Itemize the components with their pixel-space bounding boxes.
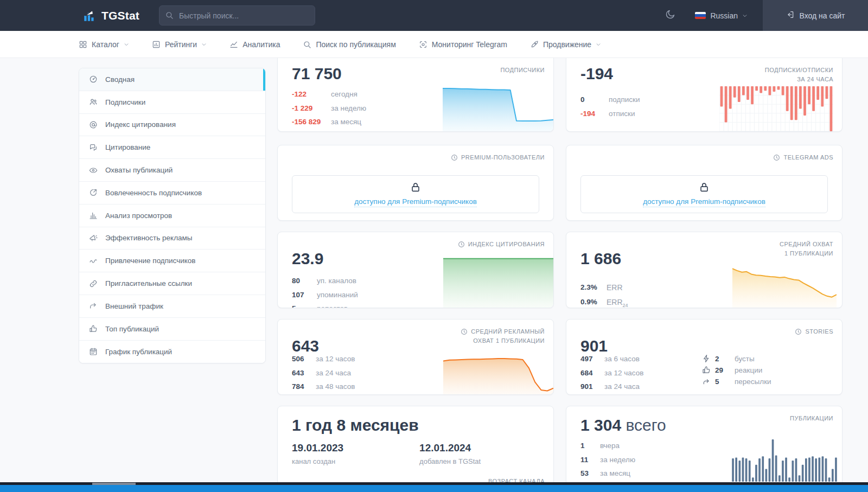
stat-row: 497 за 6 часов bbox=[580, 355, 643, 366]
citation-index-card: 23.9 ИНДЕКС ЦИТИРОВАНИЯ 80 уп. каналов 1… bbox=[277, 232, 554, 308]
sidebar-item[interactable]: Индекс цитирования bbox=[79, 114, 265, 137]
russian-flag-icon bbox=[695, 12, 706, 19]
chevron-down-icon bbox=[201, 42, 207, 47]
nav-item[interactable]: Мониторинг Telegram bbox=[419, 40, 507, 49]
chevron-down-icon bbox=[742, 13, 748, 18]
login-label: Вход на сайт bbox=[800, 11, 845, 20]
publications-chart bbox=[731, 439, 838, 482]
clock-icon bbox=[451, 154, 458, 161]
brand-name: TGStat bbox=[101, 9, 139, 22]
stat-row: -194 отписки bbox=[580, 110, 640, 120]
adv-reach-label-line2: ОХВАТ 1 ПУБЛИКАЦИИ bbox=[473, 337, 545, 344]
link-icon bbox=[89, 279, 98, 288]
publications-suffix: всего bbox=[626, 416, 666, 434]
nav-item[interactable]: Продвижение bbox=[530, 40, 601, 49]
chevron-down-icon bbox=[596, 42, 601, 47]
nav-item[interactable]: Каталог bbox=[79, 40, 129, 49]
created-date: 19.01.2023 bbox=[292, 442, 343, 454]
stat-row: 506 за 12 часов bbox=[292, 355, 355, 366]
top-bar: TGStat Russian Вход на сайт bbox=[0, 0, 868, 31]
premium-link[interactable]: доступно для Premium-подписчиков bbox=[643, 197, 765, 207]
subs-unsubs-card: -194 ПОДПИСКИ/ОТПИСКИЗА 24 ЧАСА 0 подпис… bbox=[566, 58, 843, 132]
analytics-icon bbox=[229, 40, 238, 49]
added-date: 12.01.2024 bbox=[419, 442, 481, 454]
analytics-sidebar: Сводная Подписчики Индекс цитирования Ци… bbox=[79, 68, 266, 363]
stories-card-label: STORIES bbox=[805, 327, 833, 336]
stat-row: 11 за неделю bbox=[580, 456, 635, 467]
external-icon bbox=[89, 302, 98, 310]
calendar-icon bbox=[89, 347, 98, 356]
sidebar-item[interactable]: Сводная bbox=[79, 68, 265, 91]
lock-icon bbox=[698, 181, 710, 193]
sidebar-item[interactable]: Эффективность рекламы bbox=[79, 227, 265, 250]
sidebar-item[interactable]: Подписчики bbox=[79, 91, 265, 114]
avg-reach-chart bbox=[732, 258, 837, 308]
stat-row: 2 бусты bbox=[702, 355, 771, 363]
sidebar-item[interactable]: График публикаций bbox=[79, 341, 265, 363]
avg-reach-value: 1 686 bbox=[580, 250, 621, 268]
gauge-icon bbox=[89, 75, 98, 84]
premium-locked-box: доступно для Premium-подписчиков bbox=[292, 175, 539, 213]
search-input[interactable] bbox=[159, 5, 315, 25]
quick-search bbox=[159, 5, 315, 25]
engagement-icon bbox=[89, 188, 98, 197]
stat-row: 2.3% ERR bbox=[580, 284, 628, 295]
cookie-banner-blue-border bbox=[0, 485, 868, 492]
sidebar-item[interactable]: Топ публикаций bbox=[79, 318, 265, 341]
premium-link[interactable]: доступно для Premium-подписчиков bbox=[354, 197, 477, 207]
channel-age-card: 1 год 8 месяцев 19.01.2023 канал создан … bbox=[277, 406, 554, 492]
thumbs-icon bbox=[702, 366, 715, 374]
sidebar-item[interactable]: Охваты публикаций bbox=[79, 159, 265, 182]
publications-card-label: ПУБЛИКАЦИИ bbox=[790, 414, 833, 423]
grid-icon bbox=[79, 40, 87, 49]
language-selector[interactable]: Russian bbox=[695, 11, 748, 20]
stat-row: 5 репостов bbox=[292, 305, 358, 308]
bolt-icon bbox=[702, 354, 715, 363]
stat-row: 107 упоминаний bbox=[292, 291, 358, 302]
sidebar-item[interactable]: Вовлеченность подписчиков bbox=[79, 182, 265, 205]
subscribers-card-label: ПОДПИСЧИКИ bbox=[500, 66, 545, 75]
megaphone-icon bbox=[89, 234, 98, 242]
sidebar-item[interactable]: Цитирование bbox=[79, 136, 265, 159]
avg-reach-label-line2: 1 ПУБЛИКАЦИИ bbox=[784, 250, 833, 257]
premium-users-card: PREMIUM-ПОЛЬЗОВАТЕЛИ доступно для Premiu… bbox=[277, 145, 554, 221]
stat-row: -1 229 за неделю bbox=[292, 105, 366, 115]
quote-icon bbox=[89, 143, 98, 152]
nav-item[interactable]: Поиск по публикациям bbox=[303, 40, 395, 49]
nav-item[interactable]: Рейтинги bbox=[152, 40, 207, 49]
citation-card-label: ИНДЕКС ЦИТИРОВАНИЯ bbox=[468, 240, 545, 249]
avg-reach-card: 1 686 СРЕДНИЙ ОХВАТ1 ПУБЛИКАЦИИ 2.3% ERR… bbox=[566, 232, 843, 308]
chart-bars-icon bbox=[89, 211, 98, 220]
adv-reach-card: 643 СРЕДНИЙ РЕКЛАМНЫЙОХВАТ 1 ПУБЛИКАЦИИ … bbox=[277, 319, 554, 395]
stat-row: -122 сегодня bbox=[292, 91, 366, 101]
eye-icon bbox=[89, 166, 98, 175]
login-icon bbox=[786, 10, 795, 21]
stat-row: 29 реакции bbox=[702, 367, 771, 374]
login-button[interactable]: Вход на сайт bbox=[763, 0, 868, 31]
channel-created: 19.01.2023 канал создан bbox=[292, 442, 343, 465]
stat-row: 1 вчера bbox=[580, 442, 635, 452]
thumbs-icon bbox=[89, 324, 98, 333]
citation-index-value: 23.9 bbox=[292, 250, 323, 268]
subscribers-value: 71 750 bbox=[292, 65, 342, 83]
stat-row: 643 за 24 часа bbox=[292, 369, 355, 380]
created-label: канал создан bbox=[292, 457, 343, 465]
dark-mode-toggle[interactable] bbox=[665, 9, 675, 22]
ads-locked-box: доступно для Premium-подписчиков bbox=[580, 175, 828, 213]
nav-item[interactable]: Аналитика bbox=[229, 40, 280, 49]
sidebar-item[interactable]: Анализ просмотров bbox=[79, 205, 265, 227]
stat-row: -156 829 за месяц bbox=[292, 118, 366, 129]
channel-age-value: 1 год 8 месяцев bbox=[292, 416, 419, 435]
trend-icon bbox=[89, 257, 98, 265]
sidebar-item[interactable]: Пригласительные ссылки bbox=[79, 272, 265, 295]
search-icon bbox=[165, 11, 174, 22]
monitor-icon bbox=[419, 40, 427, 49]
stat-row: 80 уп. каналов bbox=[292, 277, 358, 287]
avg-reach-label-line1: СРЕДНИЙ ОХВАТ bbox=[780, 241, 833, 247]
adv-reach-value: 643 bbox=[292, 337, 319, 355]
sidebar-item[interactable]: Привлечение подписчиков bbox=[79, 250, 265, 272]
added-label: добавлен в TGStat bbox=[419, 457, 481, 465]
sidebar-item[interactable]: Внешний трафик bbox=[79, 295, 265, 318]
clock-icon bbox=[458, 241, 465, 248]
tgstat-logo[interactable]: TGStat bbox=[82, 9, 139, 23]
